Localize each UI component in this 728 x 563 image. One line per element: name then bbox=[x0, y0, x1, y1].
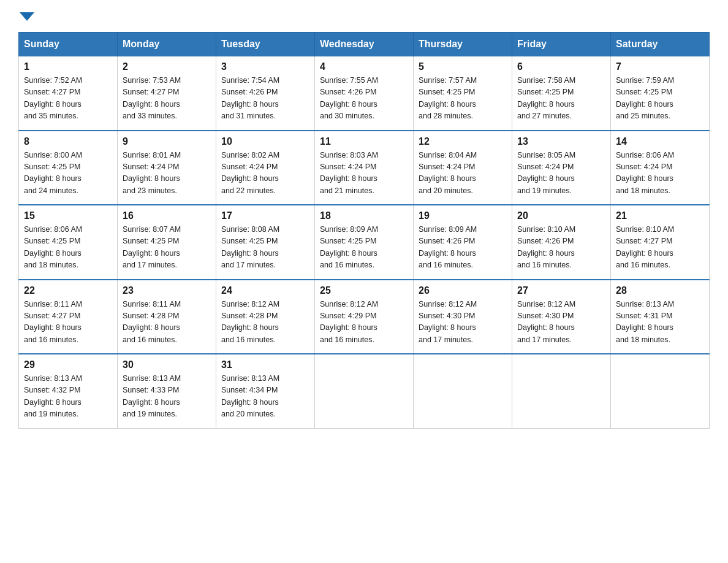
day-info: Sunrise: 8:11 AMSunset: 4:28 PMDaylight:… bbox=[123, 299, 211, 347]
day-info: Sunrise: 8:02 AMSunset: 4:24 PMDaylight:… bbox=[221, 150, 309, 197]
day-number: 23 bbox=[123, 285, 211, 296]
day-number: 24 bbox=[221, 285, 309, 296]
day-number: 2 bbox=[123, 61, 211, 72]
calendar-cell bbox=[611, 354, 710, 428]
calendar-body: 1Sunrise: 7:52 AMSunset: 4:27 PMDaylight… bbox=[19, 56, 710, 429]
day-info: Sunrise: 8:12 AMSunset: 4:28 PMDaylight:… bbox=[221, 299, 309, 347]
day-info: Sunrise: 8:03 AMSunset: 4:24 PMDaylight:… bbox=[320, 150, 408, 197]
calendar-cell: 5Sunrise: 7:57 AMSunset: 4:25 PMDaylight… bbox=[414, 56, 512, 131]
day-number: 26 bbox=[419, 285, 507, 296]
calendar-cell: 21Sunrise: 8:10 AMSunset: 4:27 PMDayligh… bbox=[611, 205, 710, 280]
day-info: Sunrise: 8:06 AMSunset: 4:24 PMDaylight:… bbox=[616, 150, 704, 197]
day-number: 28 bbox=[616, 285, 704, 296]
day-info: Sunrise: 8:00 AMSunset: 4:25 PMDaylight:… bbox=[24, 150, 112, 197]
calendar-header: Sunday Monday Tuesday Wednesday Thursday… bbox=[19, 33, 710, 56]
calendar-cell: 17Sunrise: 8:08 AMSunset: 4:25 PMDayligh… bbox=[216, 205, 315, 280]
calendar-cell bbox=[512, 354, 611, 428]
day-number: 10 bbox=[221, 136, 309, 147]
day-number: 5 bbox=[419, 61, 507, 72]
calendar-cell: 24Sunrise: 8:12 AMSunset: 4:28 PMDayligh… bbox=[216, 280, 315, 354]
day-number: 8 bbox=[24, 136, 112, 147]
calendar-cell: 13Sunrise: 8:05 AMSunset: 4:24 PMDayligh… bbox=[512, 131, 611, 205]
calendar-cell: 31Sunrise: 8:13 AMSunset: 4:34 PMDayligh… bbox=[216, 354, 315, 428]
logo-content bbox=[18, 12, 34, 20]
header-friday: Friday bbox=[512, 33, 611, 56]
day-number: 4 bbox=[320, 61, 408, 72]
day-number: 29 bbox=[24, 359, 112, 370]
day-info: Sunrise: 8:13 AMSunset: 4:31 PMDaylight:… bbox=[616, 299, 704, 347]
calendar-cell: 29Sunrise: 8:13 AMSunset: 4:32 PMDayligh… bbox=[19, 354, 118, 428]
day-info: Sunrise: 7:53 AMSunset: 4:27 PMDaylight:… bbox=[123, 75, 211, 123]
day-info: Sunrise: 8:09 AMSunset: 4:26 PMDaylight:… bbox=[419, 224, 507, 272]
calendar-cell: 20Sunrise: 8:10 AMSunset: 4:26 PMDayligh… bbox=[512, 205, 611, 280]
day-info: Sunrise: 8:12 AMSunset: 4:29 PMDaylight:… bbox=[320, 299, 408, 347]
calendar-cell: 10Sunrise: 8:02 AMSunset: 4:24 PMDayligh… bbox=[216, 131, 315, 205]
calendar-cell: 7Sunrise: 7:59 AMSunset: 4:25 PMDaylight… bbox=[611, 56, 710, 131]
calendar-week-row: 1Sunrise: 7:52 AMSunset: 4:27 PMDaylight… bbox=[19, 56, 710, 131]
calendar-cell: 22Sunrise: 8:11 AMSunset: 4:27 PMDayligh… bbox=[19, 280, 118, 354]
calendar-cell: 1Sunrise: 7:52 AMSunset: 4:27 PMDaylight… bbox=[19, 56, 118, 131]
calendar-week-row: 15Sunrise: 8:06 AMSunset: 4:25 PMDayligh… bbox=[19, 205, 710, 280]
calendar-cell: 12Sunrise: 8:04 AMSunset: 4:24 PMDayligh… bbox=[414, 131, 512, 205]
day-info: Sunrise: 8:01 AMSunset: 4:24 PMDaylight:… bbox=[123, 150, 211, 197]
calendar-cell: 25Sunrise: 8:12 AMSunset: 4:29 PMDayligh… bbox=[315, 280, 414, 354]
day-number: 31 bbox=[221, 359, 309, 370]
header-wednesday: Wednesday bbox=[315, 33, 414, 56]
day-number: 16 bbox=[123, 210, 211, 221]
day-info: Sunrise: 8:13 AMSunset: 4:34 PMDaylight:… bbox=[221, 373, 309, 421]
header-monday: Monday bbox=[118, 33, 216, 56]
day-number: 13 bbox=[517, 136, 605, 147]
day-info: Sunrise: 7:57 AMSunset: 4:25 PMDaylight:… bbox=[419, 75, 507, 123]
day-number: 3 bbox=[221, 61, 309, 72]
calendar-cell: 8Sunrise: 8:00 AMSunset: 4:25 PMDaylight… bbox=[19, 131, 118, 205]
day-info: Sunrise: 8:13 AMSunset: 4:33 PMDaylight:… bbox=[123, 373, 211, 421]
calendar-cell: 18Sunrise: 8:09 AMSunset: 4:25 PMDayligh… bbox=[315, 205, 414, 280]
day-number: 21 bbox=[616, 210, 704, 221]
day-number: 1 bbox=[24, 61, 112, 72]
day-info: Sunrise: 8:09 AMSunset: 4:25 PMDaylight:… bbox=[320, 224, 408, 272]
calendar-cell bbox=[414, 354, 512, 428]
calendar-week-row: 22Sunrise: 8:11 AMSunset: 4:27 PMDayligh… bbox=[19, 280, 710, 354]
calendar-cell: 16Sunrise: 8:07 AMSunset: 4:25 PMDayligh… bbox=[118, 205, 216, 280]
day-info: Sunrise: 7:52 AMSunset: 4:27 PMDaylight:… bbox=[24, 75, 112, 123]
day-info: Sunrise: 8:11 AMSunset: 4:27 PMDaylight:… bbox=[24, 299, 112, 347]
calendar-cell: 2Sunrise: 7:53 AMSunset: 4:27 PMDaylight… bbox=[118, 56, 216, 131]
day-info: Sunrise: 7:58 AMSunset: 4:25 PMDaylight:… bbox=[517, 75, 605, 123]
calendar-cell: 9Sunrise: 8:01 AMSunset: 4:24 PMDaylight… bbox=[118, 131, 216, 205]
calendar-cell: 4Sunrise: 7:55 AMSunset: 4:26 PMDaylight… bbox=[315, 56, 414, 131]
day-info: Sunrise: 7:55 AMSunset: 4:26 PMDaylight:… bbox=[320, 75, 408, 123]
calendar-cell: 27Sunrise: 8:12 AMSunset: 4:30 PMDayligh… bbox=[512, 280, 611, 354]
calendar-table: Sunday Monday Tuesday Wednesday Thursday… bbox=[18, 32, 710, 429]
day-info: Sunrise: 8:06 AMSunset: 4:25 PMDaylight:… bbox=[24, 224, 112, 272]
page-header bbox=[18, 12, 710, 20]
day-number: 11 bbox=[320, 136, 408, 147]
calendar-cell: 19Sunrise: 8:09 AMSunset: 4:26 PMDayligh… bbox=[414, 205, 512, 280]
calendar-cell bbox=[315, 354, 414, 428]
day-number: 6 bbox=[517, 61, 605, 72]
day-number: 19 bbox=[419, 210, 507, 221]
day-info: Sunrise: 8:10 AMSunset: 4:26 PMDaylight:… bbox=[517, 224, 605, 272]
header-thursday: Thursday bbox=[414, 33, 512, 56]
day-number: 25 bbox=[320, 285, 408, 296]
calendar-cell: 11Sunrise: 8:03 AMSunset: 4:24 PMDayligh… bbox=[315, 131, 414, 205]
calendar-cell: 6Sunrise: 7:58 AMSunset: 4:25 PMDaylight… bbox=[512, 56, 611, 131]
calendar-cell: 14Sunrise: 8:06 AMSunset: 4:24 PMDayligh… bbox=[611, 131, 710, 205]
day-number: 14 bbox=[616, 136, 704, 147]
day-info: Sunrise: 8:13 AMSunset: 4:32 PMDaylight:… bbox=[24, 373, 112, 421]
calendar-cell: 23Sunrise: 8:11 AMSunset: 4:28 PMDayligh… bbox=[118, 280, 216, 354]
calendar-cell: 15Sunrise: 8:06 AMSunset: 4:25 PMDayligh… bbox=[19, 205, 118, 280]
weekday-header-row: Sunday Monday Tuesday Wednesday Thursday… bbox=[19, 33, 710, 56]
calendar-cell: 3Sunrise: 7:54 AMSunset: 4:26 PMDaylight… bbox=[216, 56, 315, 131]
day-number: 9 bbox=[123, 136, 211, 147]
calendar-cell: 28Sunrise: 8:13 AMSunset: 4:31 PMDayligh… bbox=[611, 280, 710, 354]
day-info: Sunrise: 7:59 AMSunset: 4:25 PMDaylight:… bbox=[616, 75, 704, 123]
day-info: Sunrise: 8:12 AMSunset: 4:30 PMDaylight:… bbox=[419, 299, 507, 347]
day-number: 12 bbox=[419, 136, 507, 147]
day-number: 30 bbox=[123, 359, 211, 370]
day-number: 18 bbox=[320, 210, 408, 221]
day-info: Sunrise: 8:12 AMSunset: 4:30 PMDaylight:… bbox=[517, 299, 605, 347]
day-info: Sunrise: 7:54 AMSunset: 4:26 PMDaylight:… bbox=[221, 75, 309, 123]
day-info: Sunrise: 8:10 AMSunset: 4:27 PMDaylight:… bbox=[616, 224, 704, 272]
logo bbox=[18, 12, 34, 20]
calendar-cell: 30Sunrise: 8:13 AMSunset: 4:33 PMDayligh… bbox=[118, 354, 216, 428]
